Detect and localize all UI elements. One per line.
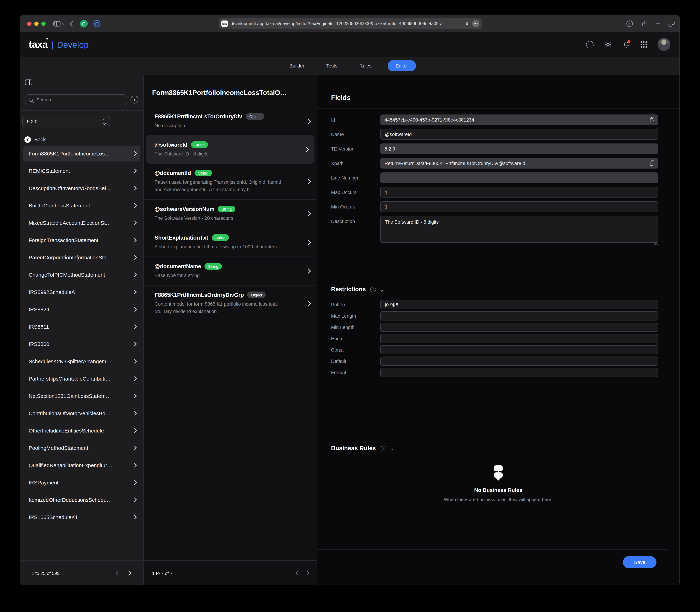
version-select[interactable]: 5.2.0 <box>22 116 110 127</box>
notifications-bell-icon[interactable] <box>622 41 630 48</box>
chevron-right-icon <box>132 446 137 450</box>
theme-toggle-sun-icon[interactable] <box>604 41 612 48</box>
new-tab-icon[interactable]: + <box>656 20 660 27</box>
const-input[interactable] <box>380 345 658 354</box>
enum-input[interactable] <box>380 334 658 343</box>
tab-rules[interactable]: Rules <box>354 63 377 68</box>
chevron-right-icon <box>306 268 311 274</box>
save-button[interactable]: Save <box>623 556 657 568</box>
sidebar-item[interactable]: IRSPayment <box>23 475 140 490</box>
field-name: ShortExplanationTxt <box>154 234 208 241</box>
tab-tests[interactable]: Tests <box>321 63 343 68</box>
type-badge-string: String <box>194 170 212 176</box>
sidebar-item[interactable]: IRS8824 <box>23 302 140 317</box>
chevron-right-icon <box>306 301 311 306</box>
info-icon[interactable]: i <box>371 287 376 292</box>
sidebar-item[interactable]: ParentCorporationInformationSta… <box>23 249 140 265</box>
min-occurs-input[interactable] <box>380 201 658 212</box>
sidebar-item[interactable]: PoolingMethodStatement <box>23 440 140 456</box>
sidebar-item[interactable]: REMICStatement <box>23 163 140 179</box>
pattern-input[interactable] <box>380 300 658 309</box>
sidebar-item[interactable]: IRS3800 <box>23 336 140 352</box>
sidebar-item[interactable]: IRS8611 <box>23 319 140 335</box>
address-bar[interactable]: taxa development.app.taxa.ai/develop/edi… <box>219 18 482 29</box>
close-window-button[interactable] <box>27 22 31 26</box>
page-settings-icon[interactable]: ••• <box>472 20 479 27</box>
sidebar-item[interactable]: QualifiedRehabilitationExpenditur… <box>23 457 140 473</box>
schema-list: Form8865K1PortfolioIncomeLos… REMICState… <box>20 145 143 525</box>
apps-grid-icon[interactable] <box>641 41 647 48</box>
back-button[interactable]: Back <box>24 135 143 144</box>
field-name: F8865K1PrtflIncmLsTotOrdnryDiv <box>154 113 242 120</box>
grammarly-extension-icon[interactable]: G <box>80 20 88 28</box>
description-textarea[interactable]: The Software ID - 8 digits <box>380 216 658 243</box>
reader-info-icon[interactable]: i <box>627 20 633 27</box>
sidebar-item[interactable]: ContributionsOfMotorVehiclesBo… <box>23 405 140 421</box>
sidebar-item[interactable]: MixedStraddleAccountElectionSt… <box>23 215 140 231</box>
min-length-input[interactable] <box>380 323 658 332</box>
restrictions-heading: Restrictions <box>331 286 366 293</box>
chevron-right-icon <box>132 203 137 208</box>
pagination-prev-icon[interactable] <box>116 570 120 576</box>
sidebar-item[interactable]: NetSection1231GainLossStatem… <box>23 388 140 404</box>
max-occurs-input[interactable] <box>380 187 658 197</box>
sidebar-item[interactable]: SchedulesK2K3SplitterArrangem… <box>23 353 140 369</box>
sidebar-item[interactable]: IRS1065ScheduleK1 <box>23 509 140 525</box>
format-input[interactable] <box>380 368 658 377</box>
copy-icon[interactable] <box>649 116 655 123</box>
pagination-next-icon[interactable] <box>305 570 309 576</box>
field-row[interactable]: ShortExplanationTxt String A short expla… <box>144 228 317 256</box>
field-row[interactable]: @softwareVersionNum String The Software … <box>144 199 317 228</box>
minimize-window-button[interactable] <box>34 22 39 26</box>
business-rules-icon <box>492 465 504 482</box>
field-name: @documentName <box>154 263 201 269</box>
max-length-input[interactable] <box>380 311 658 320</box>
default-input[interactable] <box>380 357 658 366</box>
sidebar-item[interactable]: ChangeToIPICMethodStatement <box>23 267 140 283</box>
1password-extension-icon[interactable] <box>93 20 100 27</box>
collapse-section-icon[interactable] <box>391 445 393 451</box>
business-rules-empty-title: No Business Rules <box>317 487 679 493</box>
sidebar-item[interactable]: DescriptionOfInventoryGoodsBei… <box>23 180 140 196</box>
resize-handle[interactable] <box>655 242 658 245</box>
field-row[interactable]: F8865K1PrtflIncmLsOrdnryDivGrp Object Co… <box>144 285 317 321</box>
chevron-right-icon <box>132 255 137 260</box>
pagination-prev-icon[interactable] <box>296 570 300 576</box>
logo-taxa: taxa <box>29 39 48 50</box>
back-arrow-icon <box>24 136 31 143</box>
user-avatar[interactable] <box>658 38 670 51</box>
chevron-down-icon[interactable] <box>62 22 65 25</box>
field-row[interactable]: @documentName String Base type for a str… <box>144 256 317 285</box>
tab-builder[interactable]: Builder <box>284 63 310 68</box>
sidebar-item[interactable]: IRS8992ScheduleA <box>23 284 140 300</box>
field-row-selected[interactable]: @softwareId String The Software ID - 8 d… <box>146 135 314 164</box>
field-row[interactable]: @documentId String Pattern used for gene… <box>144 164 317 199</box>
chevron-right-icon <box>306 211 311 216</box>
browser-chrome: G taxa development.app.taxa.ai/develop/e… <box>20 15 679 32</box>
collapse-section-icon[interactable] <box>381 286 383 293</box>
sidebar-item[interactable]: PartnershipsCharitableContributi… <box>23 371 140 387</box>
search-input[interactable] <box>36 97 123 103</box>
field-row[interactable]: F8865K1PrtflIncmLsTotOrdnryDiv Object No… <box>144 107 317 135</box>
collapse-sidebar-icon[interactable] <box>25 80 32 85</box>
restriction-label-format: Format <box>331 370 380 375</box>
name-input[interactable] <box>380 129 658 140</box>
browser-sidebar-icon[interactable] <box>53 21 60 26</box>
pagination-next-icon[interactable] <box>127 570 131 576</box>
chevron-right-icon <box>306 119 311 124</box>
tab-editor-active[interactable]: Editor <box>388 60 416 71</box>
add-new-icon[interactable]: + <box>586 41 594 48</box>
tab-overview-icon[interactable] <box>669 21 674 27</box>
info-icon[interactable]: i <box>380 446 386 451</box>
sidebar-item-selected[interactable]: Form8865K1PortfolioIncomeLos… <box>23 145 140 162</box>
browser-back-icon[interactable] <box>69 21 75 26</box>
copy-icon[interactable] <box>649 160 655 166</box>
sidebar-item[interactable]: ItemizedOtherDeductionsSchedu… <box>23 492 140 508</box>
add-schema-icon[interactable]: + <box>131 96 138 103</box>
search-box[interactable] <box>25 94 127 105</box>
zoom-window-button[interactable] <box>41 22 45 26</box>
share-icon[interactable] <box>642 21 647 27</box>
sidebar-item[interactable]: OtherIncludibleEntitiesSchedule <box>23 422 140 439</box>
sidebar-item[interactable]: BuiltInGainLossStatement <box>23 197 140 213</box>
sidebar-item[interactable]: ForeignTransactionStatement <box>23 232 140 248</box>
